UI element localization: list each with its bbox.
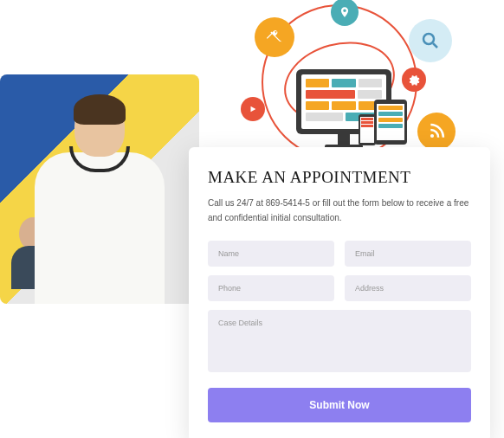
svg-point-0 [423, 34, 434, 44]
photo-person [39, 96, 160, 304]
submit-button[interactable]: Submit Now [208, 388, 471, 422]
email-input[interactable] [345, 241, 471, 267]
case-details-input[interactable] [208, 310, 471, 372]
svg-point-2 [430, 134, 434, 138]
hero-photo [0, 74, 199, 304]
address-input[interactable] [345, 275, 471, 301]
form-subtitle: Call us 24/7 at 869-5414-5 or fill out t… [208, 196, 471, 225]
tech-illustration [201, 0, 478, 164]
phone-graphic [359, 114, 376, 145]
name-input[interactable] [208, 241, 334, 267]
search-icon [409, 19, 452, 62]
gear-icon [402, 68, 426, 92]
rss-icon [417, 113, 456, 151]
tablet-graphic [374, 100, 407, 145]
form-title: MAKE AN APPOINTMENT [208, 168, 471, 187]
tools-icon [255, 17, 294, 57]
svg-line-1 [433, 43, 437, 48]
play-icon [241, 97, 265, 121]
appointment-form: MAKE AN APPOINTMENT Call us 24/7 at 869-… [189, 147, 490, 438]
phone-input[interactable] [208, 275, 334, 301]
